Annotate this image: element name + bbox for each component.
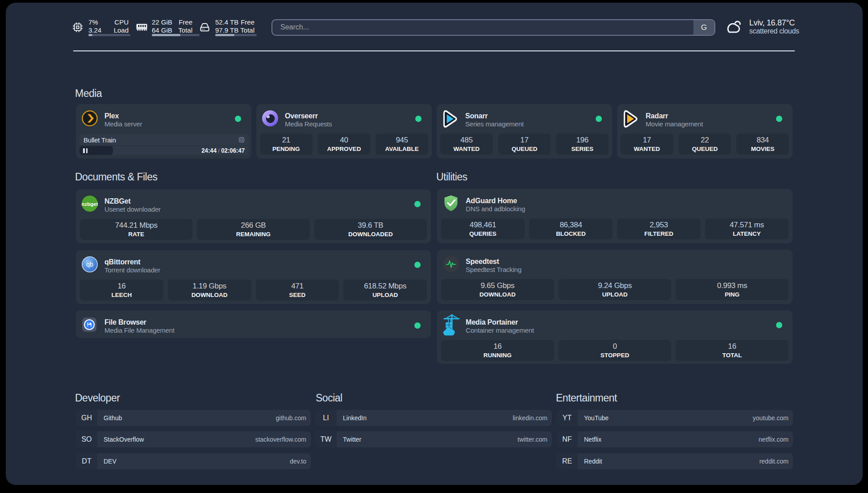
svg-text:nzbget: nzbget: [82, 201, 98, 207]
svg-text:qb: qb: [86, 261, 93, 268]
